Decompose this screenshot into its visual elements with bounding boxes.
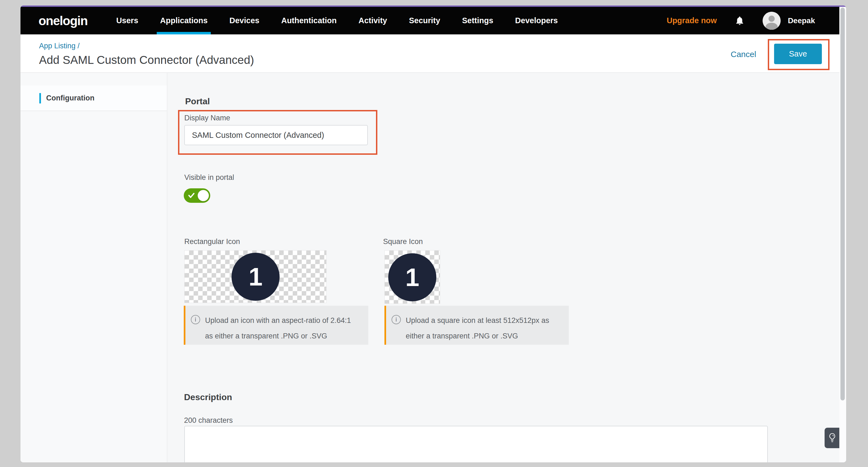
nav-item-security[interactable]: Security: [409, 7, 440, 34]
nav-item-developers[interactable]: Developers: [515, 7, 558, 34]
display-name-label: Display Name: [184, 114, 230, 122]
square-icon-label: Square Icon: [383, 238, 423, 246]
rectangular-icon-info-text: Upload an icon with an aspect-ratio of 2…: [205, 313, 358, 344]
nav-item-settings[interactable]: Settings: [462, 7, 493, 34]
user-menu[interactable]: Deepak: [763, 12, 815, 30]
nav-item-applications[interactable]: Applications: [160, 7, 208, 34]
scrollbar-thumb[interactable]: [840, 8, 845, 400]
top-navbar: onelogin Users Applications Devices Auth…: [21, 7, 846, 34]
app-window: onelogin Users Applications Devices Auth…: [21, 5, 846, 462]
active-tab-underline: [157, 32, 211, 34]
user-name: Deepak: [788, 17, 815, 25]
square-icon-upload[interactable]: 1: [384, 250, 440, 304]
display-name-input[interactable]: [184, 125, 368, 145]
active-item-accent: [39, 93, 41, 103]
square-icon-info: i Upload a square icon at least 512x512p…: [384, 306, 569, 345]
nav-item-users[interactable]: Users: [116, 7, 138, 34]
main-content: Portal Display Name Visible in portal Re…: [167, 73, 839, 462]
upgrade-now-link[interactable]: Upgrade now: [667, 16, 717, 25]
save-button[interactable]: Save: [774, 44, 822, 64]
nav-item-label: Applications: [160, 16, 208, 25]
app-logo-rectangular: 1: [231, 253, 280, 301]
sidebar: Configuration: [21, 73, 167, 462]
tips-button[interactable]: [825, 428, 840, 448]
rectangular-icon-upload[interactable]: 1: [184, 250, 327, 303]
page-header: App Listing / Add SAML Custom Connector …: [21, 34, 846, 73]
avatar: [763, 12, 781, 30]
app-logo-square: 1: [388, 253, 436, 301]
scrollbar-track[interactable]: [839, 7, 846, 462]
portal-section-heading: Portal: [185, 96, 210, 106]
browser-accent-bar: [21, 5, 846, 7]
page-title: Add SAML Custom Connector (Advanced): [39, 54, 254, 67]
visible-in-portal-toggle[interactable]: [184, 188, 210, 203]
sidebar-item-label: Configuration: [46, 86, 94, 111]
sidebar-item-configuration[interactable]: Configuration: [21, 86, 167, 111]
nav-item-devices[interactable]: Devices: [229, 7, 259, 34]
lightbulb-icon: [828, 433, 837, 443]
onelogin-logo[interactable]: onelogin: [38, 13, 88, 28]
navbar-right-group: Upgrade now Deepak: [667, 12, 815, 30]
info-icon: i: [191, 315, 200, 324]
rectangular-icon-info: i Upload an icon with an aspect-ratio of…: [184, 306, 368, 345]
square-icon-info-text: Upload a square icon at least 512x512px …: [406, 313, 559, 344]
toggle-knob: [198, 190, 209, 201]
info-icon: i: [392, 315, 401, 324]
description-section-heading: Description: [184, 392, 232, 402]
nav-item-authentication[interactable]: Authentication: [281, 7, 337, 34]
notifications-bell-icon[interactable]: [735, 15, 745, 26]
nav-item-activity[interactable]: Activity: [359, 7, 387, 34]
visible-in-portal-label: Visible in portal: [184, 173, 234, 182]
rectangular-icon-label: Rectangular Icon: [184, 238, 240, 246]
description-textarea[interactable]: [184, 426, 768, 462]
cancel-button[interactable]: Cancel: [731, 50, 756, 59]
check-icon: [188, 192, 195, 198]
primary-nav: Users Applications Devices Authenticatio…: [116, 7, 558, 34]
breadcrumb[interactable]: App Listing /: [39, 42, 80, 50]
character-count-label: 200 characters: [184, 416, 233, 425]
